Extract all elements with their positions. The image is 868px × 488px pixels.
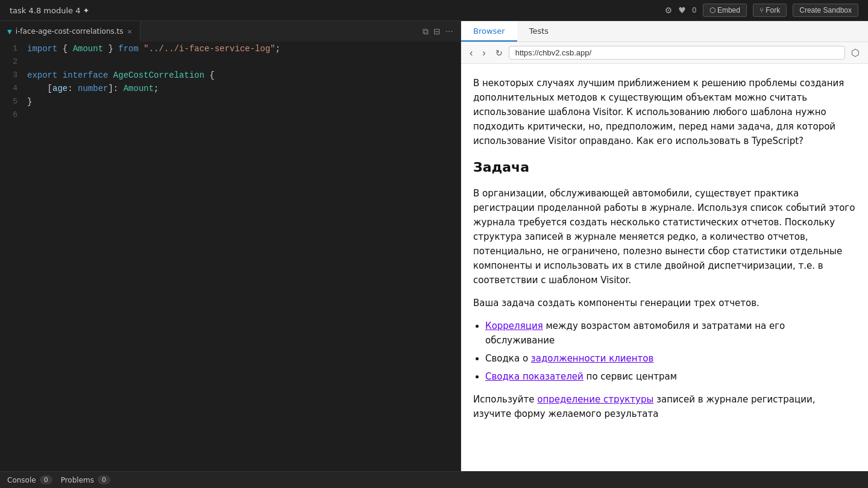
list-item: Сводка о задолженности клиентов	[485, 351, 856, 366]
summary-link[interactable]: Сводка показателей	[485, 371, 583, 382]
top-bar-right: ⚙ ♥ 0 ⬡ Embed ⑂ Fork Create Sandbox	[665, 4, 858, 17]
top-bar: task 4.8 module 4 ✦ ⚙ ♥ 0 ⬡ Embed ⑂ Fork…	[0, 0, 868, 21]
right-panel: BrowserTests ‹ › ↻ ⬡ В некоторых случаях…	[461, 21, 868, 471]
back-button[interactable]: ‹	[466, 45, 476, 61]
correlation-link[interactable]: Корреляция	[485, 321, 543, 331]
line-number: 6	[0, 108, 27, 122]
line-content: [age: number]: Amount;	[27, 82, 461, 95]
code-line: 2	[0, 55, 461, 69]
fork-button[interactable]: ⑂ Fork	[753, 4, 787, 17]
debt-link[interactable]: задолженности клиентов	[531, 353, 654, 364]
browser-list: Корреляция между возрастом автомобиля и …	[485, 319, 856, 384]
browser-toolbar: ‹ › ↻ ⬡	[461, 42, 868, 64]
browser-para1: В организации, обслуживающей автомобили,…	[473, 186, 856, 287]
console-tab[interactable]: Console 0	[7, 475, 61, 484]
line-number: 1	[0, 42, 27, 55]
heart-count: 0	[692, 6, 697, 14]
line-number: 2	[0, 55, 27, 69]
line-number: 4	[0, 82, 27, 95]
create-sandbox-button[interactable]: Create Sandbox	[793, 4, 858, 17]
editor-tab-actions: ⧉ ⊟ ···	[423, 27, 461, 37]
code-line: 3export interface AgeCostCorrelation {	[0, 69, 461, 82]
status-bar: Console 0 Problems 0	[0, 471, 868, 488]
main-area: ▼ i-face-age-cost-correlations.ts × ⧉ ⊟ …	[0, 21, 868, 471]
browser-intro-text: В некоторых случаях лучшим приближением …	[473, 76, 856, 148]
code-line: 4 [age: number]: Amount;	[0, 82, 461, 95]
external-link-button[interactable]: ⬡	[848, 45, 863, 61]
line-content: export interface AgeCostCorrelation {	[27, 69, 461, 82]
editor-panel: ▼ i-face-age-cost-correlations.ts × ⧉ ⊟ …	[0, 21, 461, 471]
editor-tabs: ▼ i-face-age-cost-correlations.ts × ⧉ ⊟ …	[0, 21, 461, 42]
more-actions-icon[interactable]: ···	[445, 27, 453, 36]
line-number: 5	[0, 95, 27, 108]
structure-link[interactable]: определение структуры	[537, 394, 653, 405]
line-number: 3	[0, 69, 27, 82]
code-line: 1import { Amount } from "../../i-face-se…	[0, 42, 461, 55]
heart-icon: ♥	[678, 5, 686, 15]
browser-tab-browser[interactable]: Browser	[461, 21, 517, 42]
console-label: Console	[7, 476, 36, 484]
wrap-icon[interactable]: ⊟	[433, 27, 441, 36]
browser-content: В некоторых случаях лучшим приближением …	[461, 64, 868, 471]
browser-heading: Задача	[473, 157, 856, 178]
editor-tab-main[interactable]: ▼ i-face-age-cost-correlations.ts ×	[0, 21, 140, 42]
problems-badge: 0	[98, 475, 110, 484]
browser-tabs: BrowserTests	[461, 21, 868, 42]
code-line: 6	[0, 108, 461, 122]
problems-label: Problems	[61, 476, 94, 484]
tab-indicator: ▼	[7, 28, 12, 35]
split-editor-icon[interactable]: ⧉	[423, 27, 429, 37]
browser-para2: Ваша задача создать компоненты генерации…	[473, 296, 856, 310]
refresh-button[interactable]: ↻	[492, 46, 506, 60]
code-line: 5}	[0, 95, 461, 108]
code-editor[interactable]: 1import { Amount } from "../../i-face-se…	[0, 42, 461, 471]
browser-para3: Используйте определение структуры записе…	[473, 392, 856, 421]
list-item: Корреляция между возрастом автомобиля и …	[485, 319, 856, 348]
tab-name: i-face-age-cost-correlations.ts	[16, 27, 124, 36]
embed-button[interactable]: ⬡ Embed	[703, 4, 747, 17]
problems-tab[interactable]: Problems 0	[61, 475, 119, 484]
console-badge: 0	[40, 475, 52, 484]
gear-icon[interactable]: ⚙	[665, 5, 673, 15]
line-content: }	[27, 95, 461, 108]
list-item: Сводка показателей по сервис центрам	[485, 369, 856, 384]
tab-close-button[interactable]: ×	[127, 28, 133, 36]
forward-button[interactable]: ›	[479, 45, 489, 61]
top-bar-title: task 4.8 module 4 ✦	[10, 6, 89, 15]
browser-tab-tests[interactable]: Tests	[517, 21, 561, 42]
url-input[interactable]	[509, 46, 845, 60]
line-content: import { Amount } from "../../i-face-ser…	[27, 42, 461, 55]
